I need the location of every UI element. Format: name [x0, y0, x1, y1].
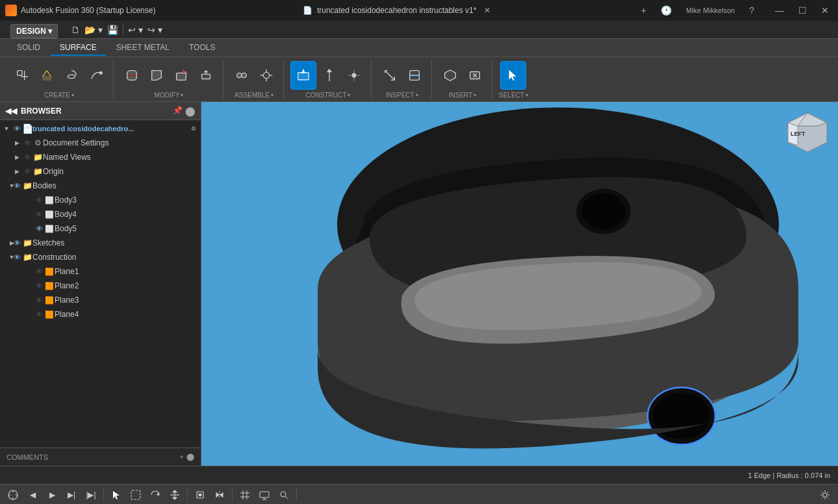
tree-views-expand[interactable]: ▶: [12, 152, 22, 162]
insert-mesh-btn[interactable]: [438, 64, 462, 87]
tree-body3-eye[interactable]: 👁: [34, 195, 44, 205]
tree-doc-settings[interactable]: ▶ 👁 ⚙ Document Settings: [0, 136, 201, 150]
tree-doc-expand[interactable]: ▶: [12, 138, 22, 148]
bt-selection-icon[interactable]: [127, 486, 145, 503]
tree-body3[interactable]: ▶ 👁 ⬜ Body3: [0, 193, 201, 207]
tree-construction-eye[interactable]: 👁: [12, 252, 22, 262]
comments-add-icon[interactable]: +: [180, 453, 184, 461]
construct-label[interactable]: CONSTRUCT▾: [306, 92, 351, 99]
tree-plane3[interactable]: ▶ 👁 🟧 Plane3: [0, 293, 201, 307]
create-sweep-btn[interactable]: [84, 64, 108, 87]
tree-plane1[interactable]: ▶ 👁 🟧 Plane1: [0, 264, 201, 279]
tree-body4-eye[interactable]: 👁: [34, 209, 44, 220]
create-extrude-btn[interactable]: [35, 64, 58, 87]
select-label[interactable]: SELECT▾: [499, 92, 528, 99]
bt-settings-icon[interactable]: [816, 486, 834, 503]
tree-plane4-eye[interactable]: 👁: [34, 309, 44, 320]
bt-move-icon[interactable]: [4, 486, 22, 503]
tree-plane3-eye[interactable]: 👁: [34, 295, 44, 305]
inspect-label[interactable]: INSPECT▾: [386, 92, 418, 99]
tree-bodies-expand[interactable]: ▼: [1, 181, 12, 191]
bt-next-icon[interactable]: ▶|: [62, 486, 81, 503]
tab-solid[interactable]: SOLID: [8, 40, 49, 56]
tree-sketches-expand[interactable]: ▶: [1, 238, 12, 248]
win-user[interactable]: Mike Mikkelson: [682, 5, 739, 16]
modify-shell-btn[interactable]: [170, 64, 193, 87]
bt-snap-icon[interactable]: [191, 486, 209, 503]
comments-expand-icon[interactable]: ⬤: [186, 453, 194, 461]
tree-plane1-eye[interactable]: 👁: [34, 266, 44, 277]
win-add[interactable]: +: [637, 4, 650, 17]
bt-move2-icon[interactable]: [166, 486, 184, 503]
tree-origin[interactable]: ▶ 👁 📁 Origin: [0, 164, 201, 179]
browser-collapse-icon[interactable]: ◀◀: [5, 107, 17, 116]
tree-plane2-eye[interactable]: 👁: [34, 281, 44, 291]
bt-inspect-icon[interactable]: [275, 486, 293, 503]
modify-fillet-btn[interactable]: [120, 64, 144, 87]
tree-bodies[interactable]: ▼ 👁 📁 Bodies: [0, 179, 201, 193]
redo-icon[interactable]: ↪ ▾: [147, 25, 162, 35]
tree-doc-eye[interactable]: 👁: [22, 138, 32, 148]
comments-bar[interactable]: COMMENTS + ⬤: [0, 447, 201, 466]
bt-grid-icon[interactable]: [236, 486, 254, 503]
create-new-body-btn[interactable]: [10, 64, 34, 87]
insert-label[interactable]: INSERT▾: [449, 92, 477, 99]
file-new-icon[interactable]: 🗋: [71, 25, 80, 35]
browser-pin-icon[interactable]: 📌: [173, 106, 183, 116]
tree-named-views[interactable]: ▶ 👁 📁 Named Views: [0, 150, 201, 164]
win-history[interactable]: 🕐: [657, 4, 676, 17]
file-save-icon[interactable]: 💾: [107, 25, 118, 35]
tree-plane4[interactable]: ▶ 👁 🟧 Plane4: [0, 307, 201, 321]
bt-display-icon[interactable]: [255, 486, 273, 503]
assemble-joint-btn[interactable]: [230, 64, 253, 87]
tab-tools[interactable]: TOOLS: [180, 40, 224, 56]
tree-body4[interactable]: ▶ 👁 ⬜ Body4: [0, 207, 201, 221]
tab-close-title[interactable]: ✕: [484, 6, 490, 15]
canvas-area[interactable]: LEFT: [201, 102, 838, 466]
construct-axis-btn[interactable]: [318, 64, 341, 87]
undo-icon[interactable]: ↩ ▾: [128, 25, 143, 35]
bt-rotate-icon[interactable]: [146, 486, 164, 503]
inspect-measure-btn[interactable]: [378, 64, 401, 87]
modify-pushpull-btn[interactable]: [194, 64, 218, 87]
tab-sheet-metal[interactable]: SHEET METAL: [107, 40, 179, 56]
inspect-section-btn[interactable]: [403, 64, 426, 87]
bt-cursor-icon[interactable]: [107, 486, 125, 503]
bt-play-icon[interactable]: ▶: [43, 486, 61, 503]
design-dropdown[interactable]: DESIGN ▾: [10, 24, 58, 38]
create-revolve-btn[interactable]: [60, 64, 83, 87]
select-btn[interactable]: [500, 61, 526, 90]
win-help[interactable]: ?: [745, 4, 758, 17]
tree-root[interactable]: ▼ 👁 📄 truncated icosidodecahedro... ⚙: [0, 121, 201, 136]
win-close[interactable]: ✕: [817, 4, 833, 17]
win-maximize[interactable]: ☐: [794, 4, 811, 17]
tree-plane2[interactable]: ▶ 👁 🟧 Plane2: [0, 279, 201, 293]
tree-views-eye[interactable]: 👁: [22, 152, 32, 162]
construct-point-btn[interactable]: [342, 64, 366, 87]
tree-sketches-eye[interactable]: 👁: [12, 238, 22, 248]
tree-body5[interactable]: ▶ 👁 ⬜ Body5: [0, 221, 201, 236]
win-minimize[interactable]: —: [771, 4, 788, 17]
insert-decal-btn[interactable]: [463, 64, 487, 87]
tree-origin-eye[interactable]: 👁: [22, 166, 32, 177]
tree-construction[interactable]: ▼ 👁 📁 Construction: [0, 250, 201, 264]
tree-root-eye[interactable]: 👁: [12, 123, 22, 134]
bt-mirror-icon[interactable]: [210, 486, 229, 503]
assemble-label[interactable]: ASSEMBLE▾: [235, 92, 273, 99]
browser-expand-icon[interactable]: ⬤: [185, 106, 196, 116]
tree-sketches[interactable]: ▶ 👁 📁 Sketches: [0, 236, 201, 250]
tree-construction-expand[interactable]: ▼: [1, 252, 12, 262]
tab-surface[interactable]: SURFACE: [51, 40, 106, 56]
construct-plane-btn[interactable]: [290, 61, 316, 90]
tree-root-expand[interactable]: ▼: [1, 123, 12, 134]
create-label[interactable]: CREATE▾: [44, 92, 74, 99]
modify-label[interactable]: MODIFY▾: [155, 92, 184, 99]
tree-bodies-eye[interactable]: 👁: [12, 181, 22, 191]
tree-root-settings[interactable]: ⚙: [189, 124, 198, 133]
file-open-icon[interactable]: 📂 ▾: [84, 25, 103, 35]
bt-last-icon[interactable]: |▶|: [82, 486, 100, 503]
bt-prev-icon[interactable]: ◀: [23, 486, 42, 503]
assemble-origin-btn[interactable]: [255, 64, 278, 87]
tree-origin-expand[interactable]: ▶: [12, 166, 22, 177]
modify-chamfer-btn[interactable]: [145, 64, 168, 87]
